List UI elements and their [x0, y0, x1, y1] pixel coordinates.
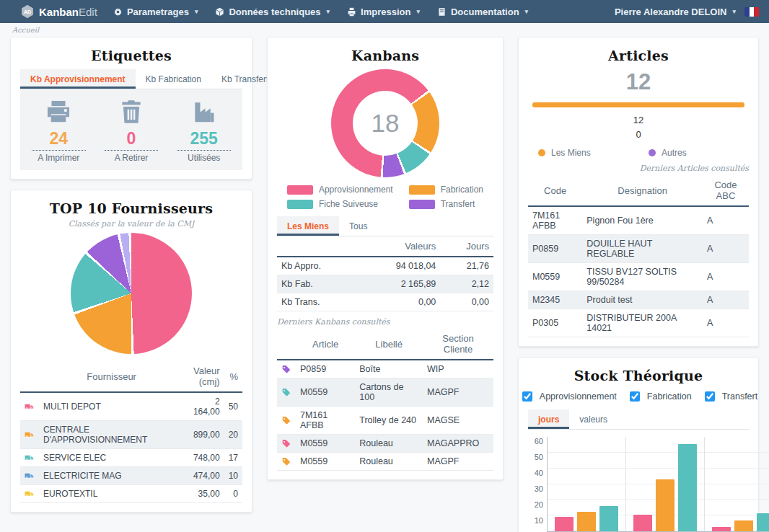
table-row[interactable]: P0859BoîteWIP	[277, 360, 493, 378]
stock-bar-chart[interactable]: 0 10 20 30 40 50 60	[528, 437, 749, 532]
legend-autres[interactable]: Autres	[638, 148, 749, 158]
bar[interactable]	[734, 520, 753, 531]
bar-group-a	[548, 437, 625, 531]
tab-les-miens[interactable]: Les Miens	[277, 216, 339, 236]
checkbox-fabrication[interactable]: Fabrication	[627, 389, 692, 404]
tab-jours[interactable]: jours	[528, 409, 569, 429]
menu-documentation[interactable]: Documentation ▾	[437, 6, 528, 17]
recent-kanbans-title: Derniers Kanbans consultés	[277, 317, 493, 327]
recent-articles-title: Derniers Articles consultés	[528, 164, 749, 173]
menu-parametrages[interactable]: Parametrages ▾	[113, 6, 198, 17]
table-row[interactable]: M0559RouleauMAGAPPRO	[277, 435, 493, 453]
bar[interactable]	[656, 479, 674, 531]
table-row[interactable]: 7M161 AFBBTrolley de 240MAGSE	[277, 407, 493, 435]
legend-les-miens[interactable]: Les Miens	[528, 148, 638, 158]
stat-utilisees: 255 Utilisées	[170, 98, 238, 163]
table-row[interactable]: CENTRALE D'APPROVISIONNEMENT 899,00 20	[20, 421, 242, 449]
tag-icon	[277, 435, 296, 453]
bar[interactable]	[633, 515, 652, 531]
checkbox-input[interactable]	[630, 391, 640, 402]
user-menu[interactable]: Pierre Alexandre DELOIN ▾	[615, 6, 736, 17]
dashboard: Etiquettes Kb Approvisionnement Kb Fabri…	[0, 35, 769, 532]
bar[interactable]	[757, 513, 769, 531]
truck-icon	[20, 421, 39, 449]
articles-count-mine: 12	[528, 113, 749, 128]
truck-icon	[20, 392, 39, 421]
bar[interactable]	[577, 512, 596, 531]
checkbox-approvisionnement[interactable]: Approvisionnement	[519, 389, 617, 404]
chevron-down-icon: ▾	[416, 8, 420, 15]
table-row[interactable]: 7M161 AFBBPignon Fou 1èreA	[528, 206, 749, 235]
brand-logo[interactable]: AD KanbanEdit	[20, 4, 97, 19]
table-row[interactable]: ELECTRICITE MAG 474,00 10	[20, 467, 242, 485]
tab-tous[interactable]: Tous	[339, 216, 377, 236]
articles-bar-chart[interactable]	[532, 102, 744, 107]
tag-icon	[277, 407, 296, 435]
stat-value: 24	[25, 129, 93, 148]
stock-title: Stock Théorique	[528, 368, 749, 384]
y-axis: 0 10 20 30 40 50 60	[528, 437, 547, 532]
stock-filters: Approvisionnement Fabrication Transfert	[528, 389, 749, 404]
recent-articles-table: CodeDesignationCode ABC 7M161 AFBBPignon…	[528, 175, 749, 337]
kanbans-total: 18	[331, 69, 439, 177]
bar-group-b	[625, 437, 704, 531]
table-row: Kb Appro.94 018,0421,76	[277, 257, 493, 275]
table-row[interactable]: M2345Produit testA	[528, 291, 749, 309]
table-row[interactable]: P0305DISTRIBUTEUR 200A 14021A	[528, 309, 749, 337]
table-row[interactable]: EUROTEXTIL 35,00 0	[20, 485, 242, 503]
legend-transfert[interactable]: Transfert	[409, 199, 483, 209]
top10-pie-chart[interactable]	[71, 233, 192, 354]
tab-valeurs[interactable]: valeurs	[569, 409, 618, 429]
tag-icon	[277, 360, 296, 378]
checkbox-input[interactable]	[522, 391, 532, 402]
kanbans-tabs: Les Miens Tous	[277, 216, 493, 236]
table-row[interactable]: P0859DOUILLE HAUT REGLABLEA	[528, 235, 749, 263]
stat-a-retirer: 0 A Retirer	[97, 98, 166, 163]
stat-label: Utilisées	[177, 150, 231, 163]
kanbans-donut-chart[interactable]: 18	[331, 69, 439, 177]
chevron-down-icon: ▾	[195, 8, 198, 15]
navbar: AD KanbanEdit Parametrages ▾ Données tec…	[0, 0, 769, 23]
bar[interactable]	[712, 527, 731, 532]
svg-text:AD: AD	[24, 9, 31, 15]
articles-total: 12	[528, 69, 749, 95]
etiquettes-title: Etiquettes	[20, 48, 242, 63]
top10-subtitle: Classés par la valeur de la CMJ	[20, 219, 242, 229]
truck-icon	[20, 449, 39, 467]
legend-fiche-suiveuse[interactable]: Fiche Suiveuse	[287, 199, 393, 209]
truck-icon	[20, 485, 39, 503]
top10-fournisseurs-card: TOP 10 Fournisseurs Classés par la valeu…	[10, 190, 252, 513]
table-row[interactable]: SERVICE ELEC 748,00 17	[20, 449, 242, 467]
stock-bars	[547, 437, 769, 532]
stock-tabs: jours valeurs	[528, 409, 749, 430]
top10-table: Fournisseur Valeur(cmj) % MULTI DEPOT 2 …	[20, 361, 242, 503]
bar[interactable]	[678, 444, 697, 531]
table-row[interactable]: M0559RouleauMAGPF	[277, 453, 493, 471]
trash-icon	[97, 98, 166, 125]
table-row[interactable]: MULTI DEPOT 2 164,00 50	[20, 392, 242, 421]
tab-kb-fabrication[interactable]: Kb Fabrication	[136, 69, 211, 89]
articles-title: Articles	[528, 48, 749, 63]
menu-donnees-techniques[interactable]: Données techniques ▾	[215, 6, 330, 17]
checkbox-input[interactable]	[705, 391, 715, 402]
table-row[interactable]: M0559Cartons de 100MAGPF	[277, 378, 493, 407]
table-row: Kb Trans.0,000,00	[277, 293, 493, 311]
tag-icon	[277, 453, 296, 471]
brand-name-light: Edit	[79, 6, 97, 18]
tag-icon	[277, 378, 296, 407]
etiquettes-stats: 24 A Imprimer 0 A Retirer 255 Utilisées	[20, 89, 242, 170]
bar[interactable]	[555, 517, 574, 532]
table-row[interactable]: M0559TISSU BV127 SOLTIS 99/50284A	[528, 263, 749, 291]
legend-fabrication[interactable]: Fabrication	[409, 185, 483, 195]
recent-kanbans-table: ArticleLibelléSection Cliente P0859Boîte…	[277, 329, 493, 471]
menu-impression[interactable]: Impression ▾	[347, 6, 420, 17]
legend-approvisionnement[interactable]: Approvisionnement	[287, 185, 393, 195]
gears-icon	[113, 7, 123, 17]
tab-kb-approvisionnement[interactable]: Kb Approvisionnement	[20, 69, 136, 89]
etiquettes-tabs: Kb Approvisionnement Kb Fabrication Kb T…	[20, 69, 242, 89]
checkbox-transfert[interactable]: Transfert	[702, 389, 758, 404]
bar[interactable]	[599, 506, 618, 531]
stat-label: A Imprimer	[32, 150, 86, 163]
french-flag-icon[interactable]	[744, 7, 759, 17]
book-icon	[437, 7, 447, 17]
